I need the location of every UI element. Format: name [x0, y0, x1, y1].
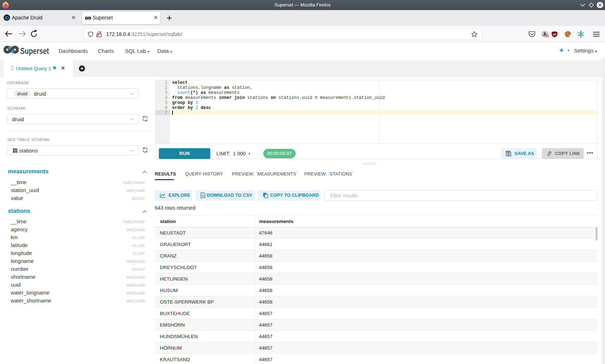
svg-text:uO: uO	[553, 33, 556, 36]
